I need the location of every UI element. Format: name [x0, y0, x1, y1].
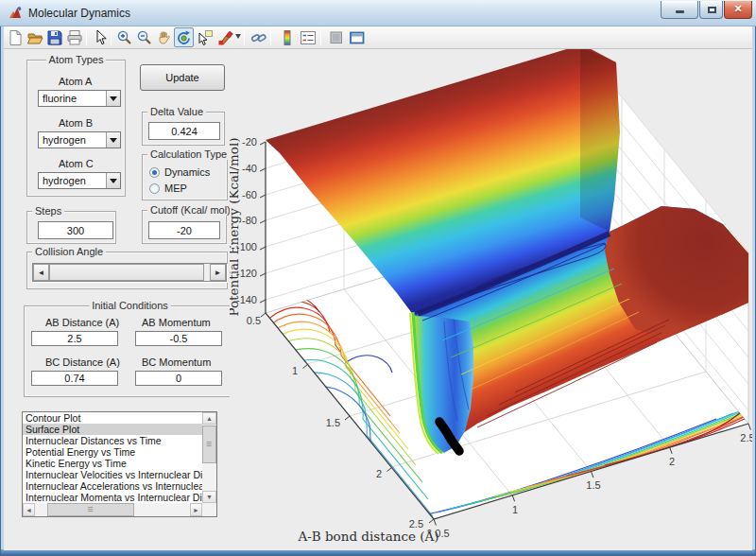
brush-button[interactable]	[215, 27, 235, 47]
plot-type-listbox[interactable]: Contour Plot Surface Plot Internuclear D…	[22, 411, 217, 517]
scroll-left-arrow[interactable]: ◄	[23, 503, 35, 516]
open-folder-icon	[26, 29, 43, 46]
svg-text:1: 1	[512, 504, 518, 515]
update-button[interactable]: Update	[140, 64, 225, 91]
radio-dynamics[interactable]: Dynamics	[149, 166, 210, 178]
insert-colorbar-button[interactable]	[277, 27, 297, 47]
pan-button[interactable]	[154, 27, 174, 47]
list-item[interactable]: Contour Plot	[23, 412, 202, 424]
delta-value-field[interactable]	[148, 122, 220, 140]
toolbar-separator	[270, 29, 271, 45]
delta-value-title: Delta Value	[147, 106, 206, 117]
list-item-selected[interactable]: Surface Plot	[23, 424, 202, 435]
dropdown-arrow-icon[interactable]	[106, 173, 120, 188]
close-button[interactable]: ✕	[724, 1, 752, 19]
toolbar-separator	[244, 29, 245, 45]
ab-momentum-field[interactable]	[135, 331, 222, 346]
colorbar-icon	[279, 29, 296, 46]
x-axis-label: A-B bond distance (Å)	[297, 529, 438, 544]
slider-left-arrow[interactable]: ◄	[33, 264, 49, 281]
cutoff-title: Cutoff (Kcal/ mol)	[147, 204, 233, 216]
collision-angle-title: Collision Angle	[32, 246, 106, 257]
vertical-scrollbar[interactable]: ▲ ☰ ▼	[202, 412, 216, 503]
radio-dynamics-label: Dynamics	[164, 166, 210, 178]
zoom-in-button[interactable]	[114, 27, 134, 47]
steps-title: Steps	[32, 205, 64, 217]
atom-b-label: Atom B	[59, 117, 93, 129]
data-cursor-button[interactable]	[195, 27, 215, 47]
initial-conditions-title: Initial Conditions	[89, 300, 171, 311]
window-title: Molecular Dynamics	[28, 7, 130, 20]
bc-momentum-field[interactable]	[135, 371, 222, 386]
dock-figure-icon	[349, 29, 366, 46]
save-button[interactable]	[44, 27, 64, 47]
minimize-button[interactable]	[661, 1, 698, 19]
title-bar[interactable]: Molecular Dynamics ✕	[0, 0, 756, 26]
arrow-cursor-icon	[92, 29, 109, 46]
atom-b-dropdown[interactable]: hydrogen	[38, 131, 121, 148]
list-item[interactable]: Internuclear Velocities vs Internuclear …	[23, 469, 202, 480]
ab-momentum-label: AB Momentum	[142, 317, 211, 328]
ab-distance-field[interactable]	[31, 331, 118, 346]
slider-thumb[interactable]	[49, 264, 204, 281]
calculation-type-title: Calculation Type	[147, 148, 230, 160]
svg-text:-20: -20	[242, 136, 257, 148]
radio-selected-icon[interactable]	[149, 167, 160, 178]
svg-text:0.5: 0.5	[247, 315, 261, 326]
new-file-icon	[7, 29, 24, 46]
atom-a-dropdown[interactable]: fluorine	[38, 90, 121, 107]
list-item[interactable]: Internuclear Accelerations vs Internucle…	[23, 480, 202, 492]
svg-text:-60: -60	[242, 189, 257, 200]
print-button[interactable]	[64, 27, 84, 47]
atom-c-value: hydrogen	[43, 175, 86, 186]
scroll-right-arrow[interactable]: ►	[190, 503, 202, 516]
scroll-down-arrow[interactable]: ▼	[202, 491, 216, 503]
svg-text:-80: -80	[242, 215, 257, 226]
svg-text:2.5: 2.5	[740, 432, 752, 443]
show-plot-tools-button[interactable]	[347, 27, 367, 47]
collision-angle-slider[interactable]: ◄ ►	[32, 263, 227, 282]
maximize-button[interactable]	[699, 1, 723, 19]
link-plots-button[interactable]	[249, 27, 268, 47]
legend-icon	[300, 29, 317, 46]
dropdown-arrow-icon[interactable]	[106, 91, 120, 106]
brush-dropdown-arrow[interactable]	[235, 34, 241, 42]
list-item[interactable]: Internuclear Distances vs Time	[23, 435, 202, 446]
vertical-scroll-thumb[interactable]: ☰	[202, 426, 216, 463]
atom-c-dropdown[interactable]: hydrogen	[38, 172, 121, 189]
horizontal-scrollbar[interactable]: ◄ ☰ ►	[23, 503, 202, 516]
steps-field[interactable]	[38, 221, 113, 239]
link-chain-icon	[250, 29, 267, 46]
cutoff-field[interactable]	[148, 221, 220, 239]
slider-right-arrow[interactable]: ►	[210, 264, 226, 281]
radio-mep-label: MEP	[164, 182, 187, 194]
edit-plot-button[interactable]	[90, 27, 110, 47]
hide-plot-tools-button[interactable]	[326, 27, 346, 47]
toolbar-separator	[111, 29, 112, 45]
toolbar-separator	[86, 29, 87, 45]
insert-legend-button[interactable]	[298, 27, 318, 47]
horizontal-scroll-thumb[interactable]: ☰	[47, 503, 134, 516]
radio-mep[interactable]: MEP	[149, 182, 187, 194]
brush-icon	[217, 29, 234, 46]
list-item[interactable]: Internuclear Momenta vs Internuclear Dis…	[23, 492, 202, 503]
maximize-icon	[708, 7, 716, 13]
svg-text:-40: -40	[242, 163, 257, 174]
list-item[interactable]: Kinetic Energy vs Time	[23, 458, 202, 469]
radio-unselected-icon[interactable]	[149, 183, 160, 194]
scrollbar-corner	[202, 503, 216, 516]
hide-plot-tools-icon	[328, 29, 345, 46]
bc-distance-field[interactable]	[31, 371, 118, 386]
rotate-3d-button[interactable]	[174, 27, 194, 47]
zoom-out-button[interactable]	[134, 27, 154, 47]
list-item[interactable]: Potential Energy vs Time	[23, 446, 202, 458]
close-icon: ✕	[725, 3, 751, 15]
open-file-button[interactable]	[25, 27, 44, 47]
svg-text:1.5: 1.5	[586, 479, 600, 491]
zoom-in-icon	[116, 29, 133, 46]
new-file-button[interactable]	[5, 27, 25, 47]
surface-plot-canvas[interactable]: -20 -40 -60 -80 -100 -120 -140 0.5 1 1.5…	[230, 49, 752, 550]
svg-text:1: 1	[292, 365, 298, 376]
dropdown-arrow-icon[interactable]	[106, 132, 120, 148]
scroll-up-arrow[interactable]: ▲	[202, 412, 216, 425]
